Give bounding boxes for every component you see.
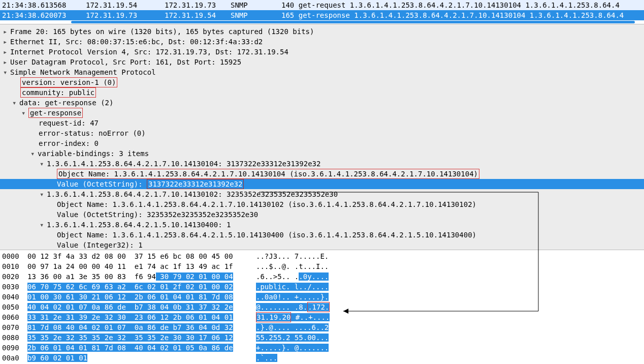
tree-vb3-value[interactable]: Value (Integer32): 1 [0, 240, 644, 250]
hex-row[interactable]: 003006 70 75 62 6c 69 63 a2 6c 02 01 2f … [2, 282, 644, 292]
hex-offset: 0070 [2, 322, 27, 332]
hex-ascii: 31.19.20 #..+.... [256, 312, 342, 322]
tree-vb1-value-selected[interactable]: Value (OctetString): 3137322e33312e31392… [0, 179, 644, 189]
hex-bytes: 06 70 75 62 6c 69 63 a2 6c 02 01 2f 02 0… [27, 282, 256, 292]
chevron-right-icon: ▸ [3, 37, 10, 47]
hex-bytes: 13 36 00 a1 3e 35 00 83 f6 94 30 79 02 0… [27, 271, 256, 282]
hex-offset: 0020 [2, 271, 27, 282]
chevron-down-icon: ▾ [21, 108, 28, 118]
hex-bytes: 00 12 3f 4a 33 d2 08 00 37 15 e6 bc 08 0… [27, 251, 256, 261]
hex-row[interactable]: 004001 00 30 61 30 21 06 12 2b 06 01 04 … [2, 292, 644, 302]
tree-frame[interactable]: ▸Frame 20: 165 bytes on wire (1320 bits)… [0, 26, 644, 37]
hex-ascii: 55.255.2 55.00... [256, 332, 342, 343]
col-proto: SNMP [229, 0, 279, 10]
hex-bytes: 01 00 30 61 30 21 06 12 2b 06 01 04 01 8… [27, 292, 256, 302]
hex-ascii: @....... .8..172. [256, 302, 342, 312]
hex-row[interactable]: 00902b 06 01 04 01 81 7d 08 40 04 02 01 … [2, 343, 644, 353]
hex-bytes: 2b 06 01 04 01 81 7d 08 40 04 02 01 05 0… [27, 343, 256, 353]
packet-row-selected[interactable]: 21:34:38.620073 172.31.19.73 172.31.19.5… [0, 10, 644, 20]
tree-ethernet[interactable]: ▸Ethernet II, Src: 08:00:37:15:e6:bc, Ds… [0, 37, 644, 47]
chevron-down-icon: ▾ [40, 189, 47, 199]
hex-ascii: +.....}. @....... [256, 343, 342, 353]
hex-offset: 0040 [2, 292, 27, 302]
col-src: 172.31.19.54 [84, 0, 163, 10]
col-dst: 172.31.19.54 [163, 10, 229, 20]
tree-vb3-name[interactable]: Object Name: 1.3.6.1.4.1.253.8.64.4.2.1.… [0, 230, 644, 240]
hex-offset: 0080 [2, 332, 27, 343]
hex-row[interactable]: 005040 04 02 01 07 0a 86 de b7 38 04 0b … [2, 302, 644, 312]
hex-ascii: .`... [256, 353, 342, 363]
tree-vb1[interactable]: ▾1.3.6.1.4.1.253.8.64.4.2.1.7.10.1413010… [0, 159, 644, 169]
tree-ip[interactable]: ▸Internet Protocol Version 4, Src: 172.3… [0, 47, 644, 57]
tree-snmp[interactable]: ▾Simple Network Management Protocol [0, 67, 644, 77]
hex-offset: 00a0 [2, 353, 27, 363]
tree-vb3[interactable]: ▾1.3.6.1.4.1.253.8.64.4.2.1.5.10.1413040… [0, 220, 644, 230]
hex-row[interactable]: 000000 12 3f 4a 33 d2 08 00 37 15 e6 bc … [2, 251, 644, 261]
tree-vb1-name[interactable]: Object Name: 1.3.6.1.4.1.253.8.64.4.2.1.… [0, 169, 644, 179]
hex-offset: 0030 [2, 282, 27, 292]
chevron-down-icon: ▾ [3, 67, 10, 77]
hex-ascii: .6..>5.. ..0y.... [256, 271, 342, 282]
hex-ascii: ...$..@. .t...I.. [256, 261, 342, 271]
hex-ascii: .public. l../.... [256, 282, 342, 292]
tree-error-status[interactable]: error-status: noError (0) [0, 128, 644, 138]
hex-ascii: .}.@.... ....6..2 [256, 322, 342, 332]
packet-list[interactable]: 21:34:38.613568 172.31.19.54 172.31.19.7… [0, 0, 644, 20]
hex-bytes: 33 31 2e 31 39 2e 32 30 23 06 12 2b 06 0… [27, 312, 256, 322]
hex-row[interactable]: 001000 97 1a 24 00 00 40 11 e1 74 ac 1f … [2, 261, 644, 271]
hex-bytes: b9 60 02 01 01 [27, 353, 256, 363]
hex-dump[interactable]: 000000 12 3f 4a 33 d2 08 00 37 15 e6 bc … [0, 250, 644, 363]
hex-bytes: 35 35 2e 32 35 35 2e 32 35 35 2e 30 30 1… [27, 332, 256, 343]
tree-community[interactable]: community: public [0, 87, 644, 98]
tree-version[interactable]: version: version-1 (0) [0, 77, 644, 87]
hex-bytes: 00 97 1a 24 00 00 40 11 e1 74 ac 1f 13 4… [27, 261, 256, 271]
col-time: 21:34:38.613568 [0, 0, 84, 10]
hex-bytes: 40 04 02 01 07 0a 86 de b7 38 04 0b 31 3… [27, 302, 256, 312]
chevron-right-icon: ▸ [3, 47, 10, 57]
col-info: 165 get-response 1.3.6.1.4.1.253.8.64.4.… [279, 10, 644, 20]
packet-row[interactable]: 21:34:38.613568 172.31.19.54 172.31.19.7… [0, 0, 644, 10]
tree-vb2-name[interactable]: Object Name: 1.3.6.1.4.1.253.8.64.4.2.1.… [0, 199, 644, 209]
chevron-right-icon: ▸ [3, 57, 10, 67]
col-time: 21:34:38.620073 [0, 10, 84, 20]
tree-data[interactable]: ▾data: get-response (2) [0, 98, 644, 108]
col-info: 140 get-request 1.3.6.1.4.1.253.8.64.4.2… [279, 0, 644, 10]
hex-row[interactable]: 006033 31 2e 31 39 2e 32 30 23 06 12 2b … [2, 312, 644, 322]
hex-row[interactable]: 002013 36 00 a1 3e 35 00 83 f6 94 30 79 … [2, 271, 644, 282]
hex-bytes: 81 7d 08 40 04 02 01 07 0a 86 de b7 36 0… [27, 322, 256, 332]
hex-offset: 0000 [2, 251, 27, 261]
scroll-indicator[interactable] [0, 20, 644, 24]
hex-row[interactable]: 007081 7d 08 40 04 02 01 07 0a 86 de b7 … [2, 322, 644, 332]
hex-offset: 0010 [2, 261, 27, 271]
col-proto: SNMP [229, 10, 279, 20]
chevron-down-icon: ▾ [12, 98, 19, 108]
chevron-right-icon: ▸ [3, 26, 10, 37]
hex-ascii: ..0a0!.. +.....}. [256, 292, 342, 302]
tree-request-id[interactable]: request-id: 47 [0, 118, 644, 128]
col-dst: 172.31.19.73 [163, 0, 229, 10]
hex-row[interactable]: 00a0b9 60 02 01 01.`... [2, 353, 644, 363]
tree-varbindings[interactable]: ▾variable-bindings: 3 items [0, 148, 644, 159]
hex-offset: 0060 [2, 312, 27, 322]
tree-vb2[interactable]: ▾1.3.6.1.4.1.253.8.64.4.2.1.7.10.1413010… [0, 189, 644, 199]
hex-ascii: ..?J3... 7.....E. [256, 251, 342, 261]
hex-offset: 0050 [2, 302, 27, 312]
hex-offset: 0090 [2, 343, 27, 353]
packet-details[interactable]: ▸Frame 20: 165 bytes on wire (1320 bits)… [0, 24, 644, 250]
tree-vb2-value[interactable]: Value (OctetString): 3235352e3235352e323… [0, 209, 644, 220]
tree-error-index[interactable]: error-index: 0 [0, 138, 644, 148]
hex-row[interactable]: 008035 35 2e 32 35 35 2e 32 35 35 2e 30 … [2, 332, 644, 343]
chevron-down-icon: ▾ [40, 159, 47, 169]
tree-getresponse[interactable]: ▾get-response [0, 108, 644, 118]
chevron-down-icon: ▾ [40, 220, 47, 230]
col-src: 172.31.19.73 [84, 10, 163, 20]
chevron-down-icon: ▾ [30, 148, 38, 159]
tree-udp[interactable]: ▸User Datagram Protocol, Src Port: 161, … [0, 57, 644, 67]
